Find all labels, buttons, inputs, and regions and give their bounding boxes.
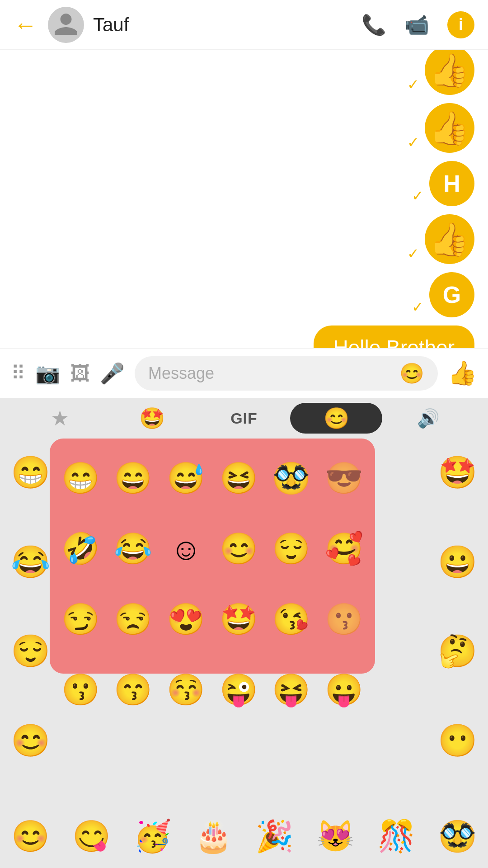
emoji-cell[interactable]: 😁 [54, 443, 107, 514]
thumb-message: 👍 [425, 103, 474, 153]
emoji-cell[interactable]: 😚 [160, 655, 212, 725]
check-icon: ✓ [412, 298, 424, 316]
camera-icon[interactable]: 📷 [35, 362, 60, 385]
emoji-cell[interactable]: 🎂 [183, 807, 244, 866]
tab-favorites[interactable]: ★ [14, 403, 106, 434]
emoji-cell[interactable]: 😻 [305, 807, 366, 866]
tab-sound[interactable]: 🔊 [382, 403, 474, 434]
emoji-picker-icon[interactable]: 😊 [399, 362, 424, 385]
emoji-cell[interactable]: 😒 [107, 584, 160, 655]
emoji-cell[interactable]: 🥳 [122, 807, 183, 866]
message-row: ✓ Hello Brother [296, 326, 474, 348]
emoji-cell[interactable]: 🤩 [212, 584, 265, 655]
chat-area: ✓ 👍 ✓ 👍 ✓ H ✓ 👍 ✓ G ✓ Hello Brother [0, 50, 488, 348]
thumb-message: 👍 [425, 50, 474, 95]
emoji-cell[interactable]: 😗 [318, 584, 371, 655]
header-actions: 📞 📹 i [361, 11, 474, 38]
message-row: ✓ G [412, 272, 474, 317]
video-icon[interactable]: 📹 [404, 13, 429, 37]
emoji-cell[interactable]: 🤣 [54, 514, 107, 584]
emoji-cell[interactable]: 😋 [61, 807, 122, 866]
tab-gif[interactable]: GIF [198, 403, 290, 434]
emoji-cell[interactable]: 😅 [160, 443, 212, 514]
emoji-cell[interactable]: 🎊 [366, 807, 427, 866]
check-icon: ✓ [407, 134, 419, 151]
emoji-grid-wrapper: 😁 🤩 😂 😀 😌 🤔 [0, 439, 488, 805]
input-bar: ⠿ 📷 🖼 🎤 Message 😊 👍 [0, 348, 488, 398]
message-row: ✓ 👍 [407, 50, 474, 95]
message-placeholder: Message [148, 364, 392, 383]
emoji-cell[interactable]: 😆 [212, 443, 265, 514]
text-message: Hello Brother [314, 326, 474, 348]
header: ← Tauf 📞 📹 i [0, 0, 488, 50]
send-thumb-button[interactable]: 👍 [448, 359, 477, 387]
message-input-field[interactable]: Message 😊 [135, 356, 438, 391]
tab-emoji[interactable]: 😊 [290, 403, 382, 434]
letter-message: G [429, 272, 474, 317]
emoji-popup: 😁 😄 😅 😆 🥸 😎 🤣 😂 ☺️ 😊 😌 🥰 😏 😒 😍 🤩 😘 😗 😗 😙 [50, 439, 375, 674]
emoji-cell[interactable]: 😎 [318, 443, 371, 514]
message-row: ✓ 👍 [407, 103, 474, 153]
contact-name: Tauf [93, 14, 361, 36]
emoji-cell[interactable]: 🤔 [427, 622, 488, 680]
emoji-cell[interactable]: 😀 [427, 533, 488, 591]
phone-icon[interactable]: 📞 [361, 13, 386, 37]
emoji-cell[interactable]: 😶 [427, 711, 488, 770]
emoji-tab-bar: ★ 🤩 GIF 😊 🔊 [0, 398, 488, 439]
emoji-cell[interactable]: 😏 [54, 584, 107, 655]
check-icon: ✓ [407, 76, 419, 93]
emoji-cell[interactable]: 😘 [265, 584, 318, 655]
message-row: ✓ 👍 [407, 214, 474, 264]
mic-icon[interactable]: 🎤 [100, 362, 125, 385]
emoji-cell[interactable]: 😜 [212, 655, 265, 725]
avatar [48, 7, 84, 43]
info-icon[interactable]: i [447, 11, 474, 38]
back-button[interactable]: ← [14, 11, 37, 38]
emoji-cell[interactable]: 🤩 [427, 443, 488, 502]
emoji-cell[interactable]: 😛 [318, 655, 371, 725]
emoji-cell[interactable]: 🥰 [318, 514, 371, 584]
emoji-cell[interactable]: 😊 [0, 807, 61, 866]
avatar-icon [52, 11, 80, 38]
emoji-cell[interactable]: ☺️ [160, 514, 212, 584]
emoji-cell[interactable]: 🥸 [427, 807, 488, 866]
emoji-bottom-row: 😊 😋 🥳 🎂 🎉 😻 🎊 🥸 [0, 805, 488, 868]
emoji-cell[interactable]: 😝 [265, 655, 318, 725]
emoji-cell[interactable]: 😙 [107, 655, 160, 725]
emoji-cell[interactable]: 😍 [160, 584, 212, 655]
emoji-cell[interactable]: 😊 [212, 514, 265, 584]
check-icon: ✓ [412, 187, 424, 204]
emoji-cell[interactable]: 😊 [0, 711, 61, 770]
emoji-cell[interactable]: 😂 [107, 514, 160, 584]
check-icon: ✓ [407, 245, 419, 262]
emoji-cell[interactable]: 😄 [107, 443, 160, 514]
thumb-message: 👍 [425, 214, 474, 264]
gallery-icon[interactable]: 🖼 [70, 362, 90, 385]
message-row: ✓ H [412, 161, 474, 206]
emoji-cell[interactable]: 😌 [265, 514, 318, 584]
emoji-cell[interactable]: 😗 [54, 655, 107, 725]
emoji-keyboard: ★ 🤩 GIF 😊 🔊 😁 🤩 😂 😀 � [0, 398, 488, 868]
apps-icon[interactable]: ⠿ [11, 362, 25, 385]
emoji-cell[interactable]: 🎉 [244, 807, 305, 866]
emoji-cell[interactable]: 🥸 [265, 443, 318, 514]
tab-stickers[interactable]: 🤩 [106, 403, 198, 434]
letter-message: H [429, 161, 474, 206]
